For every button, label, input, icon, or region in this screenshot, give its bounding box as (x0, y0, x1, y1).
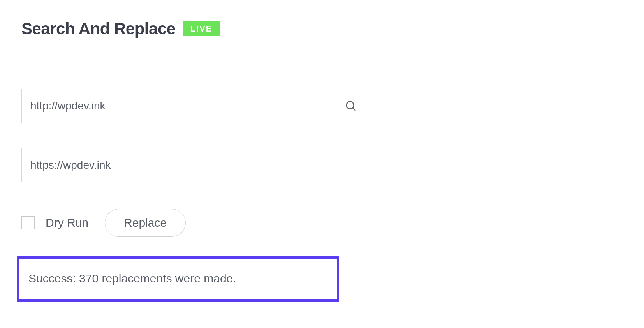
live-badge: LIVE (183, 21, 220, 36)
page-title: Search And Replace (21, 19, 176, 38)
controls-row: Dry Run Replace (21, 209, 366, 237)
dry-run-label[interactable]: Dry Run (46, 216, 88, 229)
replace-button[interactable]: Replace (105, 209, 186, 237)
result-highlight-box: Success: 370 replacements were made. (17, 256, 339, 302)
search-input[interactable] (21, 89, 366, 123)
dry-run-checkbox[interactable] (21, 216, 35, 229)
search-input-wrap (21, 89, 366, 123)
search-replace-form: Dry Run Replace (21, 89, 366, 237)
dry-run-wrap: Dry Run (21, 216, 88, 229)
result-message: Success: 370 replacements were made. (28, 272, 327, 285)
page-header: Search And Replace LIVE (21, 19, 623, 38)
replace-input-wrap (21, 148, 366, 182)
replace-input[interactable] (21, 148, 366, 182)
